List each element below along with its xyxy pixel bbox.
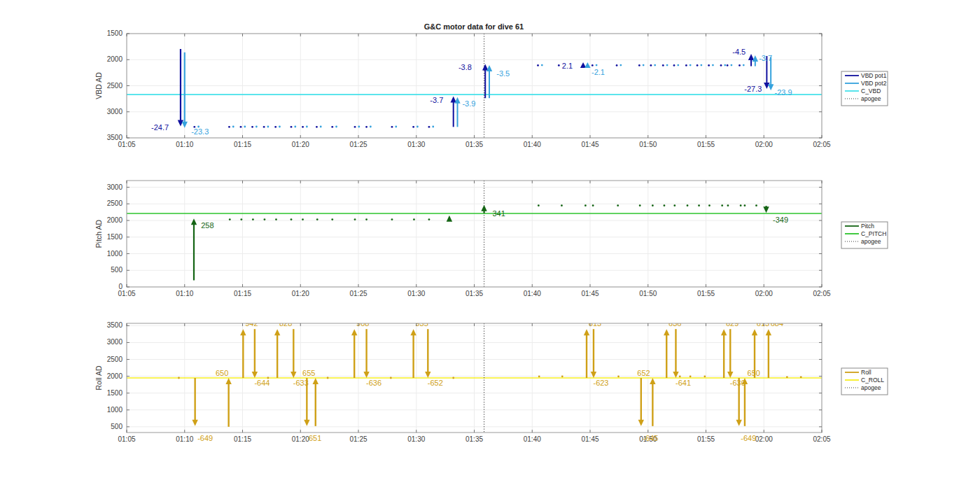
- roll-x-tick-label: 01:55: [697, 435, 715, 443]
- svg-text:2.1: 2.1: [562, 62, 573, 70]
- svg-text:650: 650: [748, 369, 760, 377]
- vbd-y-tick-label: 2000: [107, 55, 123, 63]
- pitch-legend: PitchC_PITCHapogee: [841, 222, 888, 248]
- vbd-y-tick-label: 2500: [107, 82, 123, 90]
- roll-x-tick-label: 01:05: [118, 435, 135, 443]
- roll-ylabel: Roll AD: [94, 365, 103, 390]
- svg-text:-23.9: -23.9: [774, 88, 792, 97]
- pitch-y-tick-label: 3000: [107, 183, 123, 191]
- vbd-data: -24.7-23.3-3.7-3.9-3.8-3.52.1-2.1-4.5-3.…: [151, 48, 792, 136]
- roll-x-tick-label: 02:05: [813, 435, 830, 443]
- roll-x-tick-label: 01:40: [524, 435, 541, 443]
- pitch-x-tick-label: 01:35: [465, 290, 483, 297]
- vbd-x-tick-label: 01:35: [465, 141, 483, 148]
- svg-text:655: 655: [302, 369, 315, 377]
- svg-text:-23.3: -23.3: [191, 127, 209, 136]
- svg-text:-3.7: -3.7: [759, 54, 772, 62]
- roll-y-tick-label: 2000: [107, 372, 123, 380]
- legend-item-label: Roll: [861, 369, 872, 376]
- roll-y-tick-label: 500: [111, 423, 122, 430]
- pitch-x-tick-label: 01:45: [581, 290, 598, 297]
- pitch-x-tick-label: 01:20: [292, 290, 309, 297]
- svg-text:652: 652: [637, 369, 650, 377]
- pitch-x-tick-label: 01:15: [234, 290, 251, 297]
- roll-y-tick-label: 3500: [107, 321, 123, 329]
- legend-item-label: Pitch: [861, 223, 874, 230]
- roll-chart: 942828908935613636629613684650655652650-…: [94, 319, 888, 443]
- pitch-y-tick-label: 2000: [107, 216, 123, 224]
- vbd-x-tick-label: 01:25: [349, 141, 367, 148]
- roll-x-tick-label: 01:10: [176, 435, 193, 443]
- pitch-y-tick-label: 0: [118, 283, 122, 290]
- svg-text:-636: -636: [366, 379, 382, 387]
- svg-text:-349: -349: [773, 216, 788, 224]
- svg-text:-623: -623: [593, 379, 608, 387]
- roll-y-tick-label: 1000: [107, 406, 123, 414]
- svg-text:-27.3: -27.3: [744, 85, 762, 93]
- vbd-x-tick-label: 01:10: [176, 141, 193, 148]
- svg-text:-630: -630: [730, 379, 746, 387]
- legend-item-label: apogee: [861, 384, 881, 391]
- legend-item-label: apogee: [861, 238, 881, 245]
- vbd-x-tick-label: 01:20: [292, 141, 309, 148]
- svg-text:-24.7: -24.7: [151, 123, 169, 132]
- pitch-x-tick-label: 01:25: [349, 290, 367, 297]
- vbd-x-tick-label: 01:45: [581, 141, 598, 148]
- legend-item-label: C_PITCH: [861, 230, 886, 237]
- svg-text:-644: -644: [254, 379, 270, 387]
- vbd-x-tick-label: 01:30: [407, 141, 425, 148]
- vbd-x-tick-label: 02:00: [755, 141, 773, 148]
- svg-text:-3.7: -3.7: [430, 96, 443, 104]
- vbd-y-tick-label: 3500: [107, 134, 123, 141]
- roll-x-tick-label: 01:15: [234, 435, 251, 443]
- roll-legend: RollC_ROLLapogee: [841, 368, 888, 395]
- svg-text:-4.5: -4.5: [732, 48, 746, 56]
- vbd-legend: VBD pot1VBD pot2C_VBDapogee: [841, 71, 888, 106]
- svg-text:-3.8: -3.8: [458, 63, 472, 71]
- pitch-y-tick-label: 1500: [107, 233, 123, 241]
- svg-text:-645: -645: [643, 434, 658, 442]
- svg-text:-3.9: -3.9: [462, 99, 475, 108]
- svg-text:651: 651: [309, 434, 321, 442]
- svg-text:-652: -652: [428, 379, 443, 387]
- pitch-x-tick-label: 02:05: [813, 290, 830, 297]
- svg-text:-649: -649: [741, 434, 756, 442]
- vbd-y-tick-label: 3000: [107, 108, 123, 115]
- pitch-x-tick-label: 01:40: [524, 290, 541, 297]
- vbd-x-tick-label: 01:50: [639, 141, 657, 148]
- pitch-y-tick-label: 500: [111, 266, 122, 274]
- legend-item-label: VBD pot2: [861, 80, 887, 87]
- chart-title: G&C motor data for dive 61: [424, 22, 524, 31]
- legend-item-label: C_VBD: [861, 87, 881, 94]
- legend-item-label: apogee: [861, 95, 881, 102]
- pitch-x-tick-label: 02:00: [755, 290, 773, 297]
- pitch-chart: 258341-34901:0501:1001:1501:2001:2501:30…: [94, 181, 888, 297]
- svg-text:-2.1: -2.1: [592, 68, 605, 76]
- svg-text:258: 258: [201, 221, 214, 230]
- roll-y-tick-label: 2500: [107, 356, 123, 363]
- svg-text:650: 650: [216, 369, 228, 377]
- vbd-chart: -24.7-23.3-3.7-3.9-3.8-3.52.1-2.1-4.5-3.…: [94, 29, 888, 148]
- roll-data: 942828908935613636629613684650655652650-…: [178, 319, 802, 427]
- svg-text:341: 341: [492, 209, 505, 218]
- pitch-ylabel: Pitch AD: [94, 219, 103, 248]
- roll-x-tick-label: 01:35: [465, 435, 483, 443]
- svg-text:-3.5: -3.5: [496, 69, 510, 78]
- vbd-x-tick-label: 02:05: [813, 141, 830, 148]
- svg-text:-649: -649: [197, 434, 213, 442]
- svg-text:-633: -633: [293, 379, 309, 387]
- roll-x-tick-label: 01:30: [407, 435, 425, 443]
- pitch-data: 258341-349: [191, 204, 788, 280]
- roll-x-tick-label: 01:20: [292, 435, 309, 443]
- pitch-x-tick-label: 01:55: [697, 290, 715, 297]
- svg-text:-641: -641: [676, 379, 691, 387]
- roll-y-tick-label: 3000: [107, 338, 123, 346]
- vbd-x-tick-label: 01:05: [118, 141, 135, 148]
- roll-x-tick-label: 01:45: [581, 435, 598, 443]
- roll-x-tick-label: 01:25: [349, 435, 367, 443]
- pitch-x-tick-label: 01:05: [118, 290, 135, 297]
- vbd-x-tick-label: 01:55: [697, 141, 715, 148]
- pitch-x-tick-label: 01:50: [639, 290, 657, 297]
- pitch-x-tick-label: 01:10: [176, 290, 193, 297]
- vbd-y-tick-label: 1500: [107, 29, 123, 37]
